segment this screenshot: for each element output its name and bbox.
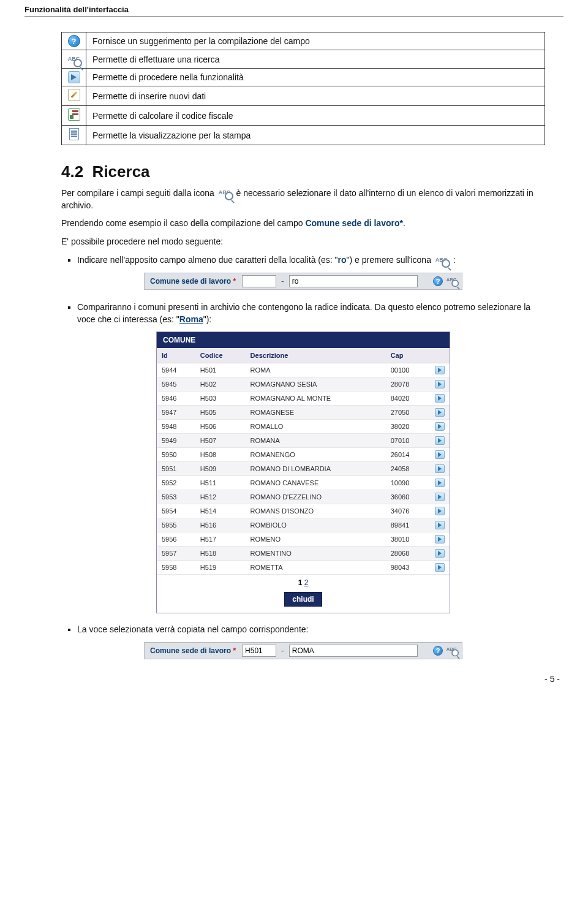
table-cell: 28068: [386, 547, 430, 561]
table-row: 5956H517ROMENO38010: [157, 532, 450, 547]
table-cell: ROMANO CANAVESE: [246, 476, 386, 490]
table-row: 5957H518ROMENTINO28068: [157, 547, 450, 561]
section-title: Ricerca: [92, 162, 150, 181]
table-cell: 5954: [157, 504, 195, 518]
field-comune-sede-lavoro-filled: Comune sede di lavoro * - ? ABC: [144, 642, 462, 659]
select-row-cell: [430, 547, 450, 561]
legend-desc-cell: Permette la visualizzazione per la stamp…: [86, 126, 545, 145]
select-row-icon[interactable]: [435, 521, 445, 529]
pager: 1 2: [157, 575, 450, 589]
legend-icon-cell: [62, 69, 86, 86]
help-icon[interactable]: ?: [433, 276, 443, 286]
abc-search-icon[interactable]: ABC: [447, 277, 458, 286]
select-row-cell: [430, 377, 450, 392]
select-row-icon[interactable]: [435, 479, 445, 487]
col-header-select: [430, 348, 450, 363]
paragraph-2: Prendendo come esempio il caso della com…: [61, 218, 545, 230]
select-row-cell: [430, 406, 450, 420]
table-cell: 5947: [157, 406, 195, 420]
table-row: 5947H505ROMAGNESE27050: [157, 406, 450, 420]
table-cell: H511: [195, 476, 246, 490]
table-cell: 27050: [386, 406, 430, 420]
select-row-cell: [430, 561, 450, 575]
table-cell: 89841: [386, 518, 430, 532]
col-header: Descrizione: [246, 348, 386, 363]
select-row-icon[interactable]: [435, 563, 445, 572]
select-row-cell: [430, 448, 450, 462]
table-row: 5953H512ROMANO D'EZZELINO36060: [157, 490, 450, 504]
legend-row: Permette la visualizzazione per la stamp…: [62, 126, 545, 145]
select-row-icon[interactable]: [435, 394, 445, 403]
legend-icon-cell: ABC: [62, 50, 86, 69]
close-button[interactable]: chiudi: [284, 592, 322, 607]
table-cell: ROMAGNESE: [246, 406, 386, 420]
help-icon: ?: [68, 35, 80, 47]
table-cell: H508: [195, 448, 246, 462]
select-row-icon[interactable]: [435, 493, 445, 501]
icons-legend-table: ?Fornisce un suggerimento per la compila…: [61, 32, 545, 145]
select-row-icon[interactable]: [435, 380, 445, 388]
table-cell: 00100: [386, 363, 430, 377]
abc-search-icon: ABC: [435, 256, 449, 266]
select-row-icon[interactable]: [435, 422, 445, 431]
table-cell: 5958: [157, 561, 195, 575]
table-cell: H501: [195, 363, 246, 377]
link-roma[interactable]: Roma: [179, 314, 203, 324]
table-cell: 5945: [157, 377, 195, 392]
legend-row: ?Fornisce un suggerimento per la compila…: [62, 32, 545, 50]
table-cell: ROMAGNANO AL MONTE: [246, 392, 386, 406]
select-row-icon[interactable]: [435, 535, 445, 543]
field-name-input[interactable]: [289, 275, 418, 287]
pager-current: 1: [298, 578, 303, 587]
legend-row: Permette di calcolare il codice fiscale: [62, 106, 545, 126]
select-row-cell: [430, 504, 450, 518]
table-cell: 5952: [157, 476, 195, 490]
table-cell: ROMAGNANO SESIA: [246, 377, 386, 392]
select-row-cell: [430, 476, 450, 490]
legend-row: Permette di procedere nella funzionalità: [62, 69, 545, 86]
field-code-input[interactable]: [242, 645, 276, 657]
table-cell: 5950: [157, 448, 195, 462]
table-cell: ROMETTA: [246, 561, 386, 575]
table-row: 5951H509ROMANO DI LOMBARDIA24058: [157, 462, 450, 476]
popup-title: COMUNE: [157, 332, 450, 348]
legend-row: ABCPermette di effettuare una ricerca: [62, 50, 545, 69]
col-header: Cap: [386, 348, 430, 363]
table-row: 5954H514ROMANS D'ISONZO34076: [157, 504, 450, 518]
table-cell: H503: [195, 392, 246, 406]
table-cell: 07010: [386, 434, 430, 448]
select-row-icon[interactable]: [435, 549, 445, 558]
table-cell: 10090: [386, 476, 430, 490]
legend-desc-cell: Permette di inserire nuovi dati: [86, 86, 545, 106]
field-code-input[interactable]: [242, 275, 276, 287]
field-name-emphasis: Comune sede di lavoro*: [305, 218, 402, 228]
select-row-icon[interactable]: [435, 464, 445, 473]
select-row-icon[interactable]: [435, 507, 445, 515]
table-cell: H512: [195, 490, 246, 504]
field-name-input[interactable]: [289, 645, 418, 657]
help-icon[interactable]: ?: [433, 646, 443, 656]
abc-search-icon[interactable]: ABC: [447, 646, 458, 655]
select-row-cell: [430, 363, 450, 377]
section-number: 4.2: [61, 162, 83, 181]
table-cell: ROMANS D'ISONZO: [246, 504, 386, 518]
paragraph-3: E' possibile procedere nel modo seguente…: [61, 236, 545, 248]
select-row-icon[interactable]: [435, 450, 445, 459]
table-cell: ROMANA: [246, 434, 386, 448]
select-row-icon[interactable]: [435, 366, 445, 374]
table-cell: 26014: [386, 448, 430, 462]
table-row: 5945H502ROMAGNANO SESIA28078: [157, 377, 450, 392]
table-cell: ROMANO DI LOMBARDIA: [246, 462, 386, 476]
legend-desc-cell: Fornisce un suggerimento per la compilaz…: [86, 32, 545, 50]
table-row: 5958H519ROMETTA98043: [157, 561, 450, 575]
select-row-icon[interactable]: [435, 436, 445, 445]
table-cell: 5957: [157, 547, 195, 561]
edit-icon: [68, 89, 80, 101]
table-cell: H514: [195, 504, 246, 518]
select-row-cell: [430, 420, 450, 434]
abc-search-icon: ABC: [219, 189, 232, 199]
step-3: La voce selezionata verrà copiata nel ca…: [77, 623, 545, 635]
pager-next[interactable]: 2: [304, 578, 309, 587]
select-row-icon[interactable]: [435, 408, 445, 417]
select-row-cell: [430, 462, 450, 476]
